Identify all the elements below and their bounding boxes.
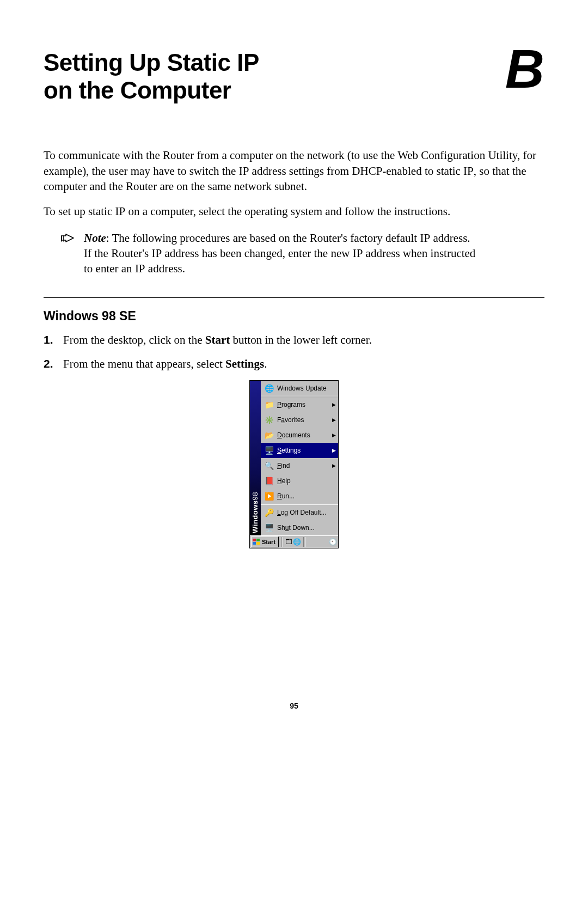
intro-paragraph: To communicate with the Router from a co… (44, 148, 544, 194)
note-body: : The following procedures are based on … (84, 231, 475, 276)
menu-item-icon: 📂 (263, 430, 275, 440)
menu-item-icon: 🔑 (263, 508, 275, 517)
step-text: From the desktop, click on the Start but… (63, 332, 544, 347)
menu-item-label: Programs (277, 400, 305, 409)
title-line-2: on the Computer (44, 77, 259, 105)
taskbar-divider (303, 537, 305, 547)
svg-rect-1 (256, 539, 260, 541)
menu-item-icon: 🖥️ (263, 523, 275, 533)
menu-item-icon: 🌐 (263, 383, 275, 393)
start-menu: Windows98 🌐Windows Update📁Programs▶✳️Fav… (249, 380, 339, 548)
menu-item-icon: 🖥️ (263, 446, 275, 455)
appendix-letter: B (505, 46, 544, 92)
menu-item-label: Help (277, 477, 291, 485)
submenu-arrow-icon: ▶ (332, 447, 336, 454)
menu-item-icon: 📕 (263, 476, 275, 486)
menu-item-label: Run... (277, 492, 295, 501)
start-button[interactable]: Start (251, 536, 279, 547)
page-header: Setting Up Static IP on the Computer B (44, 49, 544, 104)
menu-item-label: Windows Update (277, 384, 327, 393)
start-menu-item[interactable]: ▶️Run... (261, 489, 338, 504)
steps-list: 1. From the desktop, click on the Start … (44, 332, 544, 372)
note-block: Note: The following procedures are based… (60, 230, 544, 277)
step-number: 2. (44, 356, 63, 371)
quicklaunch-icon[interactable]: 🌐 (293, 538, 301, 546)
menu-item-icon: 📁 (263, 400, 275, 410)
note-label: Note (84, 231, 106, 245)
menu-item-label: Documents (277, 431, 310, 440)
submenu-arrow-icon: ▶ (332, 401, 336, 408)
second-paragraph: To set up static IP on a computer, selec… (44, 204, 544, 219)
start-menu-item[interactable]: 🌐Windows Update (261, 381, 338, 396)
menu-item-icon: 🔍 (263, 461, 275, 471)
step-2: 2. From the menu that appears, select Se… (44, 356, 544, 371)
start-menu-figure: Windows98 🌐Windows Update📁Programs▶✳️Fav… (44, 380, 544, 548)
start-menu-items: 🌐Windows Update📁Programs▶✳️Favorites▶📂Do… (261, 381, 338, 535)
pointing-hand-icon (60, 233, 78, 248)
note-text: Note: The following procedures are based… (84, 230, 479, 277)
title-line-1: Setting Up Static IP (44, 49, 259, 77)
start-menu-item[interactable]: 🖥️Shut Down... (261, 520, 338, 535)
menu-item-label: Find (277, 461, 290, 470)
svg-rect-0 (253, 539, 256, 541)
start-menu-item[interactable]: 🔍Find▶ (261, 458, 338, 473)
taskbar-divider (281, 537, 283, 547)
step-1: 1. From the desktop, click on the Start … (44, 332, 544, 347)
start-menu-banner: Windows98 (250, 381, 261, 535)
banner-label: Windows98 (250, 492, 260, 533)
start-menu-item[interactable]: 🔑Log Off Default... (261, 505, 338, 520)
start-menu-item[interactable]: 📕Help (261, 473, 338, 489)
page-title: Setting Up Static IP on the Computer (44, 49, 259, 104)
submenu-arrow-icon: ▶ (332, 432, 336, 438)
step-text: From the menu that appears, select Setti… (63, 356, 544, 371)
menu-item-label: Settings (277, 446, 301, 455)
taskbar: Start 🗔 🌐 🕙 (250, 535, 338, 548)
svg-rect-2 (253, 542, 256, 545)
section-divider (44, 297, 544, 298)
svg-rect-3 (256, 542, 260, 545)
tray-icon: 🕙 (329, 538, 337, 546)
start-button-label: Start (262, 538, 275, 546)
start-menu-item[interactable]: ✳️Favorites▶ (261, 412, 338, 428)
start-menu-item[interactable]: 📂Documents▶ (261, 428, 338, 443)
windows-logo-icon (253, 539, 260, 545)
menu-item-label: Shut Down... (277, 523, 315, 532)
step-number: 1. (44, 332, 63, 347)
menu-item-icon: ✳️ (263, 415, 275, 425)
start-menu-item[interactable]: 🖥️Settings▶ (261, 443, 338, 458)
page-number: 95 (44, 701, 544, 711)
submenu-arrow-icon: ▶ (332, 462, 336, 469)
section-heading: Windows 98 SE (44, 308, 544, 325)
start-menu-item[interactable]: 📁Programs▶ (261, 397, 338, 412)
menu-item-label: Log Off Default... (277, 508, 327, 517)
menu-item-icon: ▶️ (263, 491, 275, 501)
submenu-arrow-icon: ▶ (332, 417, 336, 423)
menu-item-label: Favorites (277, 416, 304, 424)
quicklaunch-icon[interactable]: 🗔 (285, 538, 292, 546)
